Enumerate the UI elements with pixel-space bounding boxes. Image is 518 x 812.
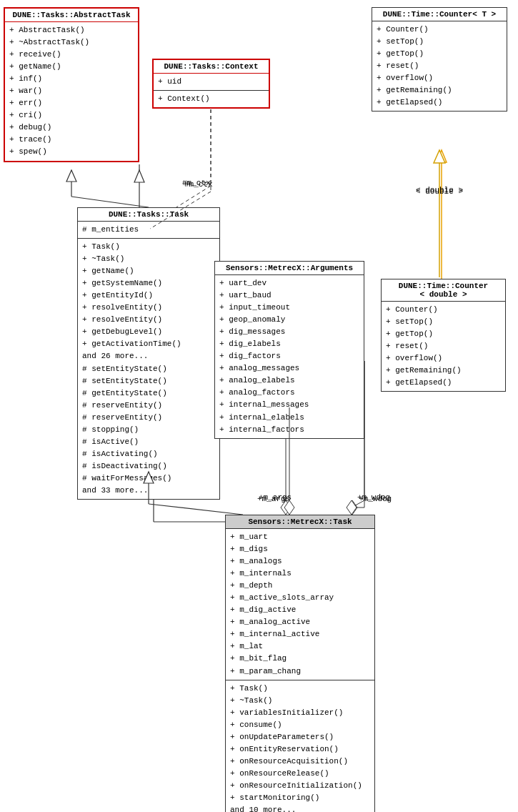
- svg-marker-14: [437, 150, 447, 162]
- context-title: DUNE::Tasks::Context: [154, 60, 269, 74]
- task-box: DUNE::Tasks::Task # m_entities + Task() …: [77, 207, 220, 500]
- arguments-box: Sensors::MetrecX::Arguments + uart_dev +…: [214, 261, 364, 439]
- svg-marker-27: [347, 500, 357, 515]
- counter-double-title: DUNE::Time::Counter< double >: [382, 279, 505, 302]
- m-ctx-annotation: #m_ctx: [184, 180, 213, 189]
- m-wdog-annotation: +m_wdog: [359, 495, 392, 503]
- diagram-container: #m_ctx < double > +m_args +m_wdog DUNE::…: [0, 0, 518, 812]
- counter-double-section: + Counter() + setTop() + getTop() + rese…: [382, 302, 505, 391]
- counter-t-box: DUNE::Time::Counter< T > + Counter() + s…: [372, 7, 507, 112]
- counter-t-title: DUNE::Time::Counter< T >: [372, 8, 507, 21]
- svg-marker-2: [134, 170, 144, 182]
- arguments-section: + uart_dev + uart_baud + input_timeout +…: [215, 275, 364, 438]
- svg-marker-17: [66, 170, 76, 182]
- svg-line-21: [149, 504, 243, 515]
- abstract-task-section: + AbstractTask() + ~AbstractTask() + rec…: [5, 22, 138, 161]
- context-section1: + uid: [154, 74, 269, 91]
- svg-line-16: [71, 197, 149, 207]
- double-annotation: < double >: [416, 187, 463, 196]
- task-entities-section: # m_entities: [78, 222, 219, 239]
- metrecx-task-fields: + m_uart + m_digs + m_analogs + m_intern…: [226, 529, 374, 680]
- abstract-task-box: DUNE::Tasks::AbstractTask + AbstractTask…: [4, 7, 139, 162]
- m-args-annotation: +m_args: [257, 495, 290, 503]
- svg-marker-12: [347, 500, 357, 515]
- context-section2: + Context(): [154, 91, 269, 107]
- metrecx-task-title: Sensors::MetrecX::Task: [226, 515, 374, 529]
- metrecx-task-methods: + Task() + ~Task() + variablesInitialize…: [226, 680, 374, 812]
- arguments-title: Sensors::MetrecX::Arguments: [215, 262, 364, 275]
- metrecx-task-box: Sensors::MetrecX::Task + m_uart + m_digs…: [225, 515, 375, 812]
- svg-marker-29: [434, 150, 445, 163]
- context-box: DUNE::Tasks::Context + uid + Context(): [152, 59, 270, 109]
- task-title: DUNE::Tasks::Task: [78, 208, 219, 222]
- task-methods-section: + Task() + ~Task() + getName() + getSyst…: [78, 239, 219, 499]
- abstract-task-title: DUNE::Tasks::AbstractTask: [5, 9, 138, 22]
- counter-double-box: DUNE::Time::Counter< double > + Counter(…: [381, 279, 506, 392]
- counter-t-section: + Counter() + setTop() + getTop() + rese…: [372, 21, 507, 111]
